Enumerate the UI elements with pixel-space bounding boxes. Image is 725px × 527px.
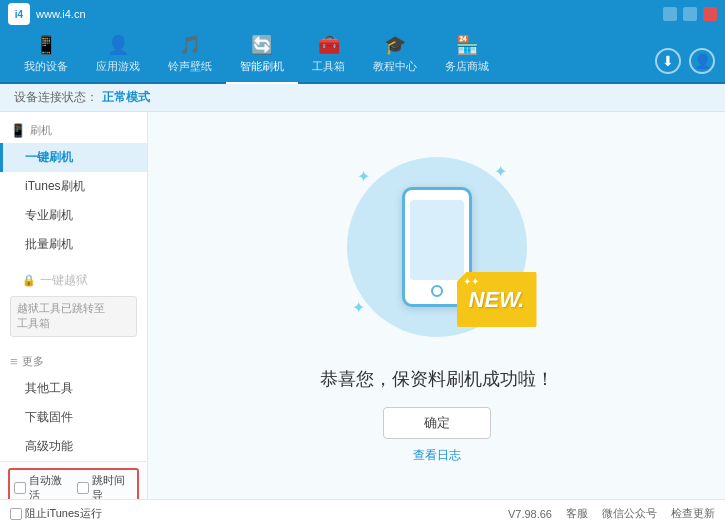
auto-options-panel: 自动激活 跳时间导 (8, 468, 139, 499)
wechat-link[interactable]: 微信公众号 (602, 506, 657, 521)
statusbar-prefix: 设备连接状态： (14, 89, 98, 106)
close-button[interactable] (703, 7, 717, 21)
bottombar-right: V7.98.66 客服 微信公众号 检查更新 (508, 506, 715, 521)
jailbreak-note: 越狱工具已跳转至工具箱 (10, 296, 137, 337)
phone-illustration: ✦ ✦ ✦ ✦✦ NEW. (337, 147, 537, 347)
nav-tutorial-label: 教程中心 (373, 59, 417, 74)
badge-stars: ✦✦ (463, 276, 479, 287)
nav-service[interactable]: 🏪 务店商城 (431, 28, 503, 84)
auto-activate-box[interactable] (14, 482, 26, 494)
time-guide-checkbox[interactable]: 跳时间导 (77, 473, 134, 499)
logo-text: www.i4.cn (36, 8, 86, 20)
batch-flash-label: 批量刷机 (25, 237, 73, 251)
more-section-label: 更多 (22, 354, 44, 369)
nav-toolbox[interactable]: 🧰 工具箱 (298, 28, 359, 84)
check-update-link[interactable]: 检查更新 (671, 506, 715, 521)
log-link[interactable]: 查看日志 (413, 447, 461, 464)
sparkle-bottom-left: ✦ (352, 298, 365, 317)
smart-flash-icon: 🔄 (251, 34, 273, 56)
nav-apps-games[interactable]: 👤 应用游戏 (82, 28, 154, 84)
advanced-label: 高级功能 (25, 439, 73, 453)
itunes-block-box[interactable] (10, 508, 22, 520)
user-button[interactable]: 👤 (689, 48, 715, 74)
one-key-flash-label: 一键刷机 (25, 150, 73, 164)
more-section-icon: ≡ (10, 354, 18, 369)
bottombar: 阻止iTunes运行 V7.98.66 客服 微信公众号 检查更新 (0, 499, 725, 527)
ringtone-icon: 🎵 (179, 34, 201, 56)
apps-games-icon: 👤 (107, 34, 129, 56)
phone-screen (410, 200, 464, 280)
download-fw-label: 下载固件 (25, 410, 73, 424)
version-label: V7.98.66 (508, 508, 552, 520)
nav-apps-games-label: 应用游戏 (96, 59, 140, 74)
sidebar-itunes-flash[interactable]: iTunes刷机 (0, 172, 147, 201)
statusbar: 设备连接状态： 正常模式 (0, 84, 725, 112)
statusbar-value: 正常模式 (102, 89, 150, 106)
sparkle-top-left: ✦ (357, 167, 370, 186)
auto-activate-label: 自动激活 (29, 473, 71, 499)
sidebar-advanced[interactable]: 高级功能 (0, 432, 147, 461)
flash-section-icon: 📱 (10, 123, 26, 138)
success-message: 恭喜您，保资料刷机成功啦！ (320, 367, 554, 391)
auto-activate-checkbox[interactable]: 自动激活 (14, 473, 71, 499)
nav-my-device-label: 我的设备 (24, 59, 68, 74)
titlebar-right (663, 7, 717, 21)
device-section: 自动激活 跳时间导 📱 iPhone 15 Pro Max 512GB iPho… (0, 461, 147, 499)
other-tools-label: 其他工具 (25, 381, 73, 395)
itunes-block-label: 阻止iTunes运行 (25, 506, 102, 521)
phone-home-button (431, 285, 443, 297)
nav-toolbox-label: 工具箱 (312, 59, 345, 74)
minimize-button[interactable] (663, 7, 677, 21)
sidebar-other-tools[interactable]: 其他工具 (0, 374, 147, 403)
nav-smart-flash[interactable]: 🔄 智能刷机 (226, 28, 298, 84)
nav-my-device[interactable]: 📱 我的设备 (10, 28, 82, 84)
download-button[interactable]: ⬇ (655, 48, 681, 74)
nav-tutorial[interactable]: 🎓 教程中心 (359, 28, 431, 84)
itunes-block-checkbox[interactable]: 阻止iTunes运行 (10, 506, 102, 521)
jailbreak-label: 一键越狱 (40, 272, 88, 289)
logo-icon: i4 (8, 3, 30, 25)
content-area: ✦ ✦ ✦ ✦✦ NEW. 恭喜您，保资料刷机成功啦！ 确定 查看日志 (148, 112, 725, 499)
section-title-jailbreak: 🔒 一键越狱 (0, 267, 147, 294)
itunes-flash-label: iTunes刷机 (25, 179, 85, 193)
sidebar-batch-flash[interactable]: 批量刷机 (0, 230, 147, 259)
customer-service-link[interactable]: 客服 (566, 506, 588, 521)
titlebar-left: i4 www.i4.cn (8, 3, 86, 25)
service-icon: 🏪 (456, 34, 478, 56)
sidebar-one-key-flash[interactable]: 一键刷机 (0, 143, 147, 172)
section-title-more: ≡ 更多 (0, 349, 147, 374)
section-title-flash: 📱 刷机 (0, 118, 147, 143)
new-badge-text: NEW. (469, 287, 525, 313)
flash-section-label: 刷机 (30, 123, 52, 138)
sidebar: 📱 刷机 一键刷机 iTunes刷机 专业刷机 批量刷机 🔒 一键越狱 越狱工具… (0, 112, 148, 499)
nav-ringtone-label: 铃声壁纸 (168, 59, 212, 74)
time-guide-box[interactable] (77, 482, 89, 494)
new-badge: ✦✦ NEW. (457, 272, 537, 327)
pro-flash-label: 专业刷机 (25, 208, 73, 222)
time-guide-label: 跳时间导 (92, 473, 134, 499)
nav-ringtone[interactable]: 🎵 铃声壁纸 (154, 28, 226, 84)
sidebar-download-fw[interactable]: 下载固件 (0, 403, 147, 432)
toolbox-icon: 🧰 (318, 34, 340, 56)
nav-smart-flash-label: 智能刷机 (240, 59, 284, 74)
main-layout: 📱 刷机 一键刷机 iTunes刷机 专业刷机 批量刷机 🔒 一键越狱 越狱工具… (0, 112, 725, 499)
sparkle-top-right: ✦ (494, 162, 507, 181)
nav-right-actions: ⬇ 👤 (655, 48, 715, 82)
sidebar-pro-flash[interactable]: 专业刷机 (0, 201, 147, 230)
nav-service-label: 务店商城 (445, 59, 489, 74)
bottombar-left: 阻止iTunes运行 (10, 506, 102, 521)
titlebar: i4 www.i4.cn (0, 0, 725, 28)
maximize-button[interactable] (683, 7, 697, 21)
tutorial-icon: 🎓 (384, 34, 406, 56)
lock-icon: 🔒 (22, 274, 36, 287)
navbar: 📱 我的设备 👤 应用游戏 🎵 铃声壁纸 🔄 智能刷机 🧰 工具箱 🎓 教程中心… (0, 28, 725, 84)
confirm-button[interactable]: 确定 (383, 407, 491, 439)
my-device-icon: 📱 (35, 34, 57, 56)
